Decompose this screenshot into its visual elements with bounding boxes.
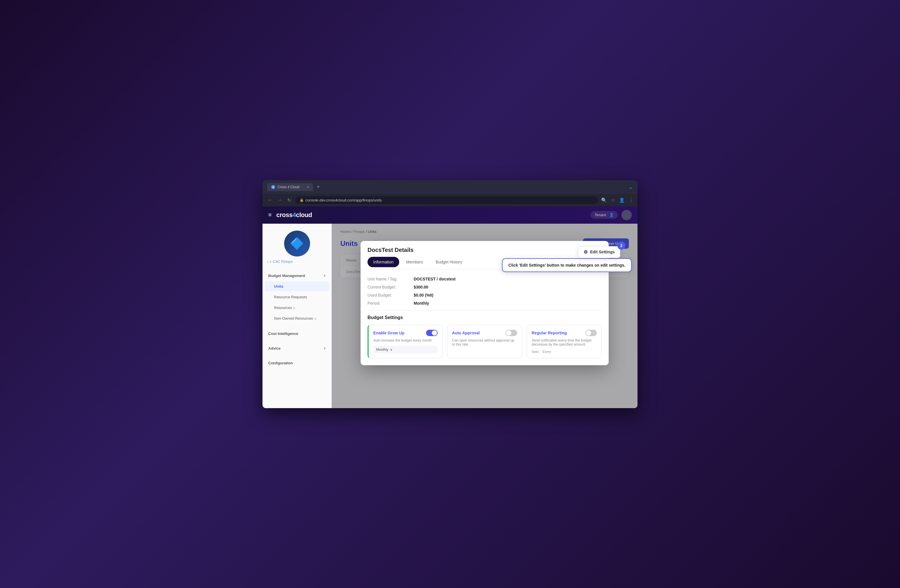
tab-title: Cross 4 Cloud bbox=[278, 185, 299, 189]
hamburger-menu[interactable]: ≡ bbox=[268, 212, 272, 218]
tab-budget-history-label: Budget History bbox=[436, 260, 462, 264]
used-budget-row: Used Budget: $0.00 (%0) bbox=[368, 293, 602, 297]
regular-reporting-card-header: Regular Reporting bbox=[532, 330, 597, 336]
grow-up-card-header: Enable Grow Up bbox=[373, 330, 438, 336]
grow-up-select-chevron: ∨ bbox=[390, 348, 393, 352]
non-owned-chevron: ∨ bbox=[314, 317, 317, 320]
sidebar-item-non-owned[interactable]: Non-Owned Resources ∨ bbox=[265, 313, 329, 323]
auto-approval-title: Auto Approval bbox=[452, 331, 480, 335]
budget-management-section: Budget Management ∧ Units Resource Reque… bbox=[262, 268, 331, 326]
modal-header: DocsTest Details × bbox=[361, 241, 609, 257]
app-logo: cross4cloud bbox=[276, 211, 312, 219]
profile-icon[interactable]: 👤 bbox=[619, 197, 625, 203]
app-container: ≡ cross4cloud Tenant: 👤 🔷 bbox=[262, 206, 638, 408]
regular-reporting-title: Regular Reporting bbox=[532, 331, 567, 335]
auto-approval-card-header: Auto Approval bbox=[452, 330, 517, 336]
budget-management-header[interactable]: Budget Management ∧ bbox=[262, 271, 331, 281]
enable-grow-up-card: Enable Grow Up Auto increase the budget … bbox=[368, 325, 442, 358]
non-owned-label: Non-Owned Resources bbox=[274, 316, 313, 320]
browser-nav-icons: 🔍 ☆ 👤 ⋮ bbox=[601, 197, 633, 203]
configuration-section: Configuration bbox=[262, 356, 331, 370]
cost-intelligence-header[interactable]: Cost Intelligence bbox=[262, 329, 331, 339]
star-icon[interactable]: ☆ bbox=[611, 197, 615, 203]
unit-name-label: Unit Name / Tag: bbox=[368, 277, 414, 281]
modal-body: Unit Name / Tag: DOCSTEST / docstest Cur… bbox=[361, 270, 609, 365]
budget-settings-title: Budget Settings bbox=[368, 315, 602, 320]
edit-settings-label: Edit Settings bbox=[590, 250, 615, 254]
refresh-button[interactable]: ↻ bbox=[286, 196, 292, 204]
org-avatar: 🔷 bbox=[284, 231, 310, 257]
period-row: Period: Monthly bbox=[368, 301, 602, 306]
regular-reporting-desc: Send notification every time the budget … bbox=[532, 338, 597, 347]
tab-budget-history[interactable]: Budget History bbox=[430, 257, 468, 267]
window-controls: ⌄ bbox=[628, 184, 633, 190]
back-button[interactable]: ← bbox=[267, 196, 273, 204]
configuration-header[interactable]: Configuration bbox=[262, 358, 331, 368]
org-name: < C4C Finops bbox=[269, 259, 293, 264]
budget-cards: Enable Grow Up Auto increase the budget … bbox=[368, 325, 602, 358]
org-avatar-icon: 🔷 bbox=[290, 237, 304, 250]
modal-title: DocsTest Details bbox=[368, 247, 414, 253]
tab-information[interactable]: Information bbox=[368, 257, 399, 267]
gear-icon: ⚙ bbox=[583, 249, 588, 255]
current-budget-row: Current Budget: $300.00 bbox=[368, 285, 602, 289]
menu-icon[interactable]: ⋮ bbox=[629, 197, 633, 203]
tab-members[interactable]: Members bbox=[400, 257, 429, 267]
grow-up-desc: Auto increase the budget every month bbox=[373, 338, 438, 342]
callout-bubble: Click 'Edit Settings' button to make cha… bbox=[502, 258, 632, 272]
current-budget-value: $300.00 bbox=[414, 285, 428, 289]
grow-up-title: Enable Grow Up bbox=[373, 331, 404, 335]
unit-name-value: DOCSTEST / docstest bbox=[414, 277, 455, 281]
used-budget-label: Used Budget: bbox=[368, 293, 414, 297]
tenant-selector[interactable]: Tenant: 👤 bbox=[590, 211, 618, 219]
resources-label: Resources bbox=[274, 306, 292, 310]
browser-tab[interactable]: 4 Cross 4 Cloud × bbox=[267, 183, 313, 191]
cost-intelligence-label: Cost Intelligence bbox=[268, 331, 298, 336]
grow-up-select-label: Monthly bbox=[376, 348, 388, 352]
auto-approval-card: Auto Approval Can open resources without… bbox=[447, 325, 522, 358]
grow-up-select[interactable]: Monthly ∨ bbox=[373, 346, 438, 353]
edit-settings-button[interactable]: ⚙ Edit Settings bbox=[578, 246, 620, 258]
units-label: Units bbox=[274, 284, 284, 289]
address-bar[interactable]: 🔒 console.dev.cross4cloud.com/app/finops… bbox=[295, 196, 598, 204]
tab-close-button[interactable]: × bbox=[307, 185, 309, 189]
period-value: Monthly bbox=[414, 301, 429, 306]
top-nav: ≡ cross4cloud Tenant: 👤 bbox=[262, 206, 638, 224]
auto-approval-toggle[interactable] bbox=[506, 330, 517, 336]
cost-intelligence-section: Cost Intelligence bbox=[262, 326, 331, 341]
user-avatar[interactable] bbox=[621, 210, 632, 220]
tab-favicon: 4 bbox=[271, 185, 275, 189]
main-layout: 🔷 ‹ < C4C Finops Budget Management ∧ Uni… bbox=[262, 224, 638, 408]
content-area: Home / Finops / Units Units + Create New… bbox=[332, 224, 638, 408]
grow-up-toggle[interactable] bbox=[426, 330, 438, 336]
sidebar-back-button[interactable]: ‹ < C4C Finops bbox=[267, 259, 293, 264]
regular-reporting-toggle[interactable] bbox=[585, 330, 597, 336]
sidebar-avatar-area: 🔷 ‹ < C4C Finops bbox=[262, 224, 331, 268]
url-text: console.dev.cross4cloud.com/app/finops/u… bbox=[306, 198, 382, 202]
advice-chevron: ∨ bbox=[323, 347, 326, 350]
unit-name-row: Unit Name / Tag: DOCSTEST / docstest bbox=[368, 277, 602, 281]
start-label: Start: bbox=[532, 350, 539, 353]
budget-management-label: Budget Management bbox=[268, 274, 305, 278]
sidebar-item-units[interactable]: Units bbox=[265, 281, 329, 291]
tab-information-label: Information bbox=[373, 260, 393, 264]
step-badge: 2 bbox=[617, 241, 625, 250]
sidebar-item-resources[interactable]: Resources ∨ bbox=[265, 303, 329, 313]
forward-button[interactable]: → bbox=[276, 196, 283, 204]
current-budget-label: Current Budget: bbox=[368, 285, 414, 289]
advice-label: Advice bbox=[268, 346, 281, 350]
advice-header[interactable]: Advice ∨ bbox=[262, 343, 331, 353]
period-label: Period: bbox=[368, 301, 414, 306]
sidebar-item-resource-requests[interactable]: Resource Requests bbox=[265, 292, 329, 302]
back-chevron: ‹ bbox=[267, 259, 268, 264]
new-tab-button[interactable]: + bbox=[317, 184, 320, 190]
lens-icon[interactable]: 🔍 bbox=[601, 197, 607, 203]
every-label: Every: bbox=[543, 350, 552, 353]
top-nav-right: Tenant: 👤 bbox=[590, 210, 632, 220]
used-budget-value: $0.00 (%0) bbox=[414, 293, 433, 297]
sidebar: 🔷 ‹ < C4C Finops Budget Management ∧ Uni… bbox=[262, 224, 332, 408]
browser-nav: ← → ↻ 🔒 console.dev.cross4cloud.com/app/… bbox=[262, 194, 638, 206]
auto-approval-desc: Can open resources without approval up t… bbox=[452, 338, 517, 347]
configuration-label: Configuration bbox=[268, 361, 293, 365]
regular-reporting-card: Regular Reporting Send notification ever… bbox=[527, 325, 602, 358]
